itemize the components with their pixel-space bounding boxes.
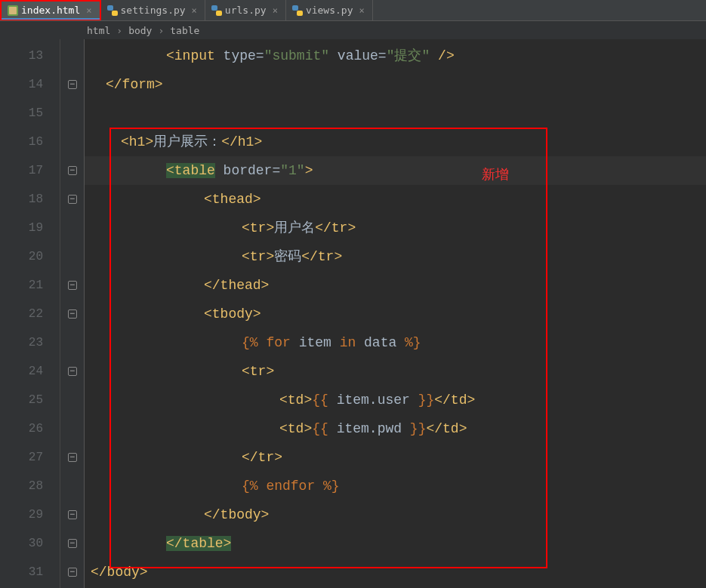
tab-label: views.py [306,5,353,16]
fold-marker-icon[interactable] [60,500,84,529]
fold-line [60,242,84,271]
chevron-right-icon: › [158,25,164,36]
code-area[interactable]: <input type="submit" value="提交" /> </for… [85,39,706,588]
fold-line [60,472,84,500]
code-line: </form> [85,70,706,99]
line-number: 25 [0,386,60,414]
line-number: 17 [0,156,60,185]
line-number: 21 [0,271,60,300]
fold-marker-icon[interactable] [60,529,84,558]
tab-views-py[interactable]: views.py × [286,0,373,20]
code-line: </tr> [85,443,706,472]
line-number: 28 [0,472,60,500]
fold-line [60,386,84,414]
line-number: 24 [0,357,60,386]
fold-marker-icon[interactable] [60,185,84,214]
line-number: 31 [0,558,60,586]
line-number: 23 [0,328,60,357]
code-line: <input type="submit" value="提交" /> [85,42,706,70]
code-line: <td>{{ item.user }}</td> [85,386,706,414]
close-icon[interactable]: × [359,5,365,16]
line-number: 13 [0,42,60,70]
line-number: 27 [0,443,60,472]
fold-line [60,214,84,242]
line-number: 26 [0,414,60,443]
code-line: </thead> [85,271,706,300]
tab-urls-py[interactable]: urls.py × [205,0,286,20]
code-line [85,99,706,128]
breadcrumb: html › body › table [0,21,706,39]
python-file-icon [292,5,303,16]
code-line: {% endfor %} [85,472,706,500]
code-line: {% for item in data %} [85,328,706,357]
html-file-icon [8,5,18,16]
line-number: 19 [0,214,60,242]
fold-line [60,128,84,156]
code-line: </body> [85,558,706,586]
code-line: <tr>用户名</tr> [85,214,706,242]
breadcrumb-item[interactable]: table [170,25,199,36]
code-line: <tr> [85,357,706,386]
breadcrumb-item[interactable]: body [128,25,152,36]
editor-tabs: index.html × settings.py × urls.py × vie… [0,0,706,21]
line-number: 22 [0,300,60,328]
code-line: <h1>用户展示：</h1> [85,128,706,156]
fold-gutter [60,39,85,588]
line-number: 30 [0,529,60,558]
line-number: 18 [0,185,60,214]
python-file-icon [107,5,118,16]
fold-marker-icon[interactable] [60,443,84,472]
fold-marker-icon[interactable] [60,70,84,99]
code-line: </tbody> [85,500,706,529]
line-number: 20 [0,242,60,271]
code-line: <thead> [85,185,706,214]
fold-marker-icon[interactable] [60,558,84,586]
fold-marker-icon[interactable] [60,300,84,328]
fold-marker-icon[interactable] [60,271,84,300]
breadcrumb-item[interactable]: html [87,25,110,36]
line-number: 16 [0,128,60,156]
close-icon[interactable]: × [192,5,197,16]
chevron-right-icon: › [116,25,122,36]
tab-index-html[interactable]: index.html × [0,0,101,20]
line-number: 14 [0,70,60,99]
fold-line [60,328,84,357]
fold-line [60,99,84,128]
code-line: <tr>密码</tr> [85,242,706,271]
fold-line [60,414,84,443]
tab-label: index.html [21,5,80,16]
line-number-gutter: 13 14 15 16 17 18 19 20 21 22 23 24 25 2… [0,39,60,588]
code-line-current: <table border="1"> [85,156,706,185]
tab-settings-py[interactable]: settings.py × [101,0,205,20]
fold-marker-icon[interactable] [60,357,84,386]
python-file-icon [211,5,222,16]
annotation-label: 新增 [482,160,509,189]
line-number: 29 [0,500,60,529]
fold-line [60,42,84,70]
code-editor[interactable]: 13 14 15 16 17 18 19 20 21 22 23 24 25 2… [0,39,706,588]
fold-marker-icon[interactable] [60,156,84,185]
tab-label: urls.py [225,5,267,16]
code-line: <td>{{ item.pwd }}</td> [85,414,706,443]
close-icon[interactable]: × [86,5,91,16]
line-number: 15 [0,99,60,128]
tab-label: settings.py [121,5,186,16]
close-icon[interactable]: × [273,5,278,16]
code-line: <tbody> [85,300,706,328]
code-line: </table> [85,529,706,558]
